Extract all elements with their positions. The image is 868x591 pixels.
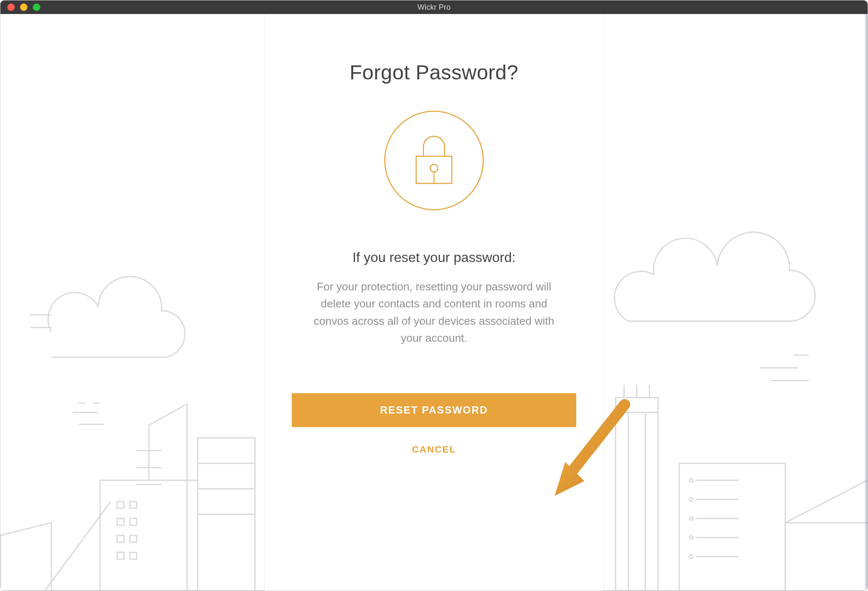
svg-point-38 bbox=[689, 498, 693, 501]
svg-rect-25 bbox=[616, 412, 658, 591]
content-area: Forgot Password? If you reset your passw… bbox=[0, 14, 868, 591]
close-window-button[interactable] bbox=[7, 3, 15, 11]
svg-rect-17 bbox=[117, 552, 124, 559]
svg-point-39 bbox=[689, 517, 693, 520]
svg-rect-16 bbox=[130, 535, 137, 542]
forgot-password-panel: Forgot Password? If you reset your passw… bbox=[264, 14, 604, 591]
zoom-window-button[interactable] bbox=[33, 3, 40, 11]
dialog-subheading: If you reset your password: bbox=[352, 250, 516, 265]
svg-point-37 bbox=[689, 478, 693, 482]
svg-rect-12 bbox=[130, 501, 137, 508]
svg-rect-14 bbox=[130, 518, 137, 525]
svg-rect-10 bbox=[100, 480, 198, 591]
lock-icon bbox=[383, 110, 485, 211]
window-controls bbox=[0, 3, 40, 11]
svg-point-42 bbox=[385, 111, 483, 210]
reset-password-button[interactable]: RESET PASSWORD bbox=[292, 393, 576, 427]
svg-rect-15 bbox=[117, 535, 124, 542]
app-window: Wickr Pro bbox=[0, 0, 868, 591]
dialog-body-text: For your protection, resetting your pass… bbox=[307, 278, 561, 346]
svg-point-41 bbox=[689, 555, 693, 558]
window-title: Wickr Pro bbox=[417, 3, 451, 12]
dialog-heading: Forgot Password? bbox=[349, 61, 519, 84]
minimize-window-button[interactable] bbox=[20, 3, 28, 11]
svg-point-40 bbox=[689, 536, 693, 539]
titlebar: Wickr Pro bbox=[0, 0, 868, 14]
svg-rect-13 bbox=[117, 518, 124, 525]
svg-rect-31 bbox=[679, 463, 785, 591]
svg-rect-18 bbox=[130, 552, 137, 559]
right-window-edge bbox=[864, 14, 868, 591]
cancel-button[interactable]: CANCEL bbox=[412, 444, 456, 455]
svg-rect-11 bbox=[117, 501, 124, 508]
svg-point-44 bbox=[430, 164, 438, 172]
